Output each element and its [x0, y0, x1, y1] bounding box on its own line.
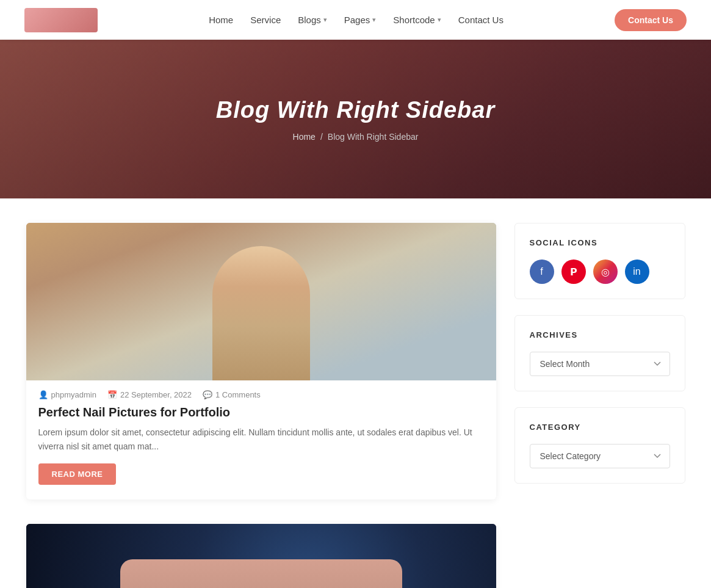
nav-link-blogs[interactable]: Blogs	[298, 15, 327, 25]
post-image-2	[26, 524, 496, 588]
site-logo	[24, 8, 98, 32]
post-title-1: Perfect Nail Pictures for Portfolio	[26, 403, 496, 426]
nav-link-contact[interactable]: Contact Us	[458, 15, 503, 25]
nav-item-contact[interactable]: Contact Us	[458, 15, 503, 25]
nav-item-service[interactable]: Service	[250, 15, 281, 25]
category-widget-title: CATEGORY	[530, 423, 670, 432]
nav-links: Home Service Blogs Pages Shortcode Conta…	[209, 15, 503, 25]
nav-cta-button[interactable]: Contact Us	[615, 9, 687, 31]
date-text: 22 September, 2022	[120, 390, 192, 399]
sidebar: SOCIAL ICONS f 𝗣 ◎ in ARCHIVES Select Mo…	[514, 223, 685, 588]
category-select[interactable]: Select Category Beauty Nails Portfolio L…	[530, 444, 670, 468]
comments-text: 1 Comments	[215, 390, 261, 399]
nav-item-blogs[interactable]: Blogs	[298, 15, 327, 25]
breadcrumb-current: Blog With Right Sidebar	[328, 132, 419, 142]
breadcrumb-separator: /	[320, 132, 323, 142]
archives-widget-title: ARCHIVES	[530, 330, 670, 339]
social-widget: SOCIAL ICONS f 𝗣 ◎ in	[514, 223, 685, 299]
author-icon: 👤	[38, 390, 48, 399]
post-card: 👤 phpmyadmin 📅 22 September, 2022 💬 1 Co…	[26, 223, 496, 499]
post-card-2	[26, 524, 496, 588]
linkedin-icon[interactable]: in	[625, 260, 649, 284]
archives-widget: ARCHIVES Select Month January 2022 Febru…	[514, 315, 685, 391]
archives-select[interactable]: Select Month January 2022 February 2022 …	[530, 352, 670, 376]
nav-link-shortcode[interactable]: Shortcode	[393, 15, 441, 25]
post-author: 👤 phpmyadmin	[38, 390, 96, 399]
pinterest-icon[interactable]: 𝗣	[561, 260, 586, 284]
category-widget: CATEGORY Select Category Beauty Nails Po…	[514, 407, 685, 484]
breadcrumb: Home / Blog With Right Sidebar	[293, 132, 419, 142]
author-name: phpmyadmin	[51, 390, 96, 399]
nav-item-shortcode[interactable]: Shortcode	[393, 15, 441, 25]
post-excerpt-1: Lorem ipsum dolor sit amet, consectetur …	[26, 426, 496, 463]
nav-item-home[interactable]: Home	[209, 15, 233, 25]
read-more-button-1[interactable]: READ MORE	[38, 463, 117, 485]
nav-item-pages[interactable]: Pages	[344, 15, 377, 25]
social-icons-group: f 𝗣 ◎ in	[530, 260, 670, 284]
nav-link-pages[interactable]: Pages	[344, 15, 377, 25]
nav-link-service[interactable]: Service	[250, 15, 281, 25]
comment-icon: 💬	[203, 390, 212, 399]
page-body: 👤 phpmyadmin 📅 22 September, 2022 💬 1 Co…	[14, 223, 698, 588]
navbar: Home Service Blogs Pages Shortcode Conta…	[0, 0, 711, 40]
nav-link-home[interactable]: Home	[209, 15, 233, 25]
post-meta-1: 👤 phpmyadmin 📅 22 September, 2022 💬 1 Co…	[26, 380, 496, 403]
breadcrumb-home-link[interactable]: Home	[293, 132, 316, 142]
hero-section: Blog With Right Sidebar Home / Blog With…	[0, 40, 711, 198]
instagram-icon[interactable]: ◎	[593, 260, 618, 284]
social-widget-title: SOCIAL ICONS	[530, 238, 670, 247]
blog-main: 👤 phpmyadmin 📅 22 September, 2022 💬 1 Co…	[26, 223, 496, 588]
post-date: 📅 22 September, 2022	[107, 390, 192, 399]
post-image-1	[26, 223, 496, 380]
facebook-icon[interactable]: f	[530, 260, 554, 284]
hero-title: Blog With Right Sidebar	[216, 97, 496, 123]
calendar-icon: 📅	[107, 390, 117, 399]
post-comments: 💬 1 Comments	[203, 390, 261, 399]
